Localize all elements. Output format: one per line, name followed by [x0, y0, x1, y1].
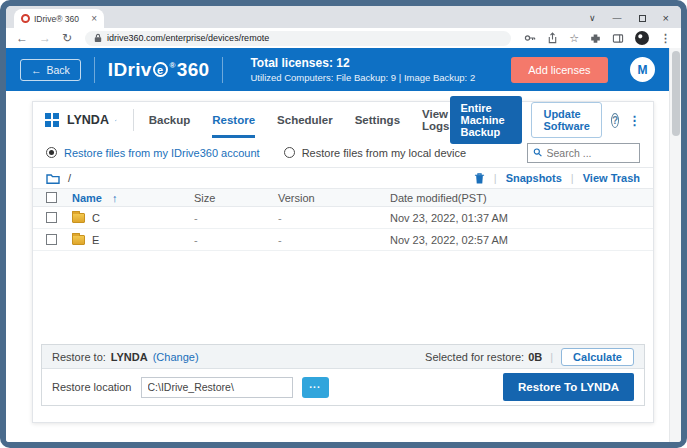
row-checkbox[interactable] [46, 212, 57, 223]
user-avatar[interactable]: M [630, 57, 655, 82]
utilized-computers-text: Utilized Computers: File Backup: 9 | Ima… [250, 72, 475, 83]
total-licenses-text: Total licenses: 12 [250, 56, 475, 70]
column-header-version[interactable]: Version [278, 192, 390, 204]
row-version: - [278, 234, 390, 246]
column-header-size[interactable]: Size [194, 192, 278, 204]
back-button[interactable]: ← Back [20, 59, 81, 81]
folder-path-icon[interactable] [46, 173, 60, 184]
delete-trash-icon[interactable] [474, 172, 485, 185]
browser-window: IDrive® 360 × ∨ — × ← → ↻ idrive360.com/… [6, 6, 681, 442]
device-card: LYNDA Backup Restore Scheduler Settings … [32, 101, 654, 423]
license-stats: Total licenses: 12 Utilized Computers: F… [250, 56, 475, 83]
tab-close-icon[interactable]: × [91, 14, 97, 24]
close-window-icon[interactable]: × [663, 13, 669, 24]
tab-settings[interactable]: Settings [355, 102, 400, 138]
toolbar-icons: ☆ ⋮ [524, 31, 671, 45]
restore-to-machine: LYNDA [111, 351, 148, 363]
table-row[interactable]: C - - Nov 23, 2022, 01:37 AM [33, 207, 653, 229]
restore-location-input[interactable] [141, 377, 293, 398]
radio-restore-from-local[interactable]: Restore files from my local device [284, 147, 466, 159]
key-icon[interactable] [524, 32, 536, 44]
share-icon[interactable] [547, 32, 558, 44]
back-arrow-icon: ← [31, 64, 42, 76]
restore-location-row: Restore location ... Restore To LYNDA [42, 369, 644, 405]
maximize-icon[interactable] [639, 15, 646, 22]
separator: | [550, 351, 553, 363]
address-bar[interactable]: idrive360.com/enterprise/devices/remote [85, 31, 511, 46]
bookmark-star-icon[interactable]: ☆ [569, 33, 579, 44]
browser-tab[interactable]: IDrive® 360 × [14, 9, 104, 28]
page-scrollbar[interactable] [669, 48, 681, 442]
machine-name: LYNDA [67, 113, 109, 127]
logo-registered-mark: ® [170, 61, 176, 70]
row-checkbox[interactable] [46, 234, 57, 245]
change-link[interactable]: (Change) [153, 351, 199, 363]
select-all-checkbox[interactable] [46, 192, 57, 203]
table-row[interactable]: E - - Nov 23, 2022, 02:57 AM [33, 229, 653, 251]
page-body: LYNDA Backup Restore Scheduler Settings … [6, 91, 669, 442]
extensions-puzzle-icon[interactable] [590, 33, 601, 44]
lock-icon [94, 33, 102, 43]
column-header-name[interactable]: Name [72, 192, 102, 204]
back-nav-icon[interactable]: ← [16, 32, 28, 44]
back-button-label: Back [47, 64, 70, 76]
logo-e-mark: e [153, 62, 168, 77]
window-frame: IDrive® 360 × ∨ — × ← → ↻ idrive360.com/… [0, 0, 687, 448]
machine-tabs: Backup Restore Scheduler Settings View L… [149, 102, 450, 138]
radio-account-label: Restore files from my IDrive360 account [64, 147, 260, 159]
tab-search-chevron-icon[interactable]: ∨ [589, 14, 596, 23]
browse-button[interactable]: ... [302, 377, 329, 398]
browser-toolbar: ← → ↻ idrive360.com/enterprise/devices/r… [6, 28, 681, 48]
more-options-kebab-icon[interactable]: ⋮ [628, 113, 641, 128]
search-input[interactable] [547, 147, 634, 159]
tab-view-logs[interactable]: View Logs [422, 102, 449, 138]
column-header-date[interactable]: Date modified(PST) [390, 192, 640, 204]
row-name[interactable]: C [92, 212, 100, 224]
chrome-profile-avatar[interactable] [635, 31, 649, 45]
entire-machine-backup-button[interactable]: Entire Machine Backup [450, 96, 523, 144]
row-version: - [278, 212, 390, 224]
search-box [527, 143, 640, 163]
help-icon[interactable]: ? [611, 113, 619, 128]
side-panel-icon[interactable] [612, 33, 624, 44]
row-name[interactable]: E [92, 234, 99, 246]
table-empty-area [33, 251, 653, 344]
browser-tab-strip: IDrive® 360 × ∨ — × [6, 6, 681, 28]
snapshots-link[interactable]: Snapshots [506, 172, 562, 184]
scrollbar-thumb[interactable] [672, 51, 680, 136]
table-header: Name ↑ Size Version Date modified(PST) [33, 188, 653, 207]
tab-backup[interactable]: Backup [149, 102, 191, 138]
machine-actions: Entire Machine Backup Update Software ? … [450, 96, 641, 144]
calculate-button[interactable]: Calculate [561, 348, 634, 366]
radio-restore-from-account[interactable]: Restore files from my IDrive360 account [46, 147, 260, 159]
add-licenses-button[interactable]: Add licenses [511, 57, 607, 83]
folder-icon [72, 235, 85, 245]
forward-nav-icon[interactable]: → [39, 32, 51, 44]
radio-local-label: Restore files from my local device [302, 147, 466, 159]
breadcrumb-row: / | Snapshots | View Trash [33, 167, 653, 188]
minimize-icon[interactable]: — [613, 14, 622, 23]
window-controls: ∨ — × [589, 13, 681, 28]
view-trash-link[interactable]: View Trash [583, 172, 640, 184]
search-icon [533, 147, 543, 158]
selected-for-restore-label: Selected for restore: [425, 351, 524, 363]
tab-scheduler[interactable]: Scheduler [277, 102, 333, 138]
update-software-button[interactable]: Update Software [531, 102, 601, 138]
restore-to-lynda-button[interactable]: Restore To LYNDA [503, 373, 634, 401]
logo-360: 360 [177, 59, 210, 81]
row-size: - [194, 234, 278, 246]
reload-icon[interactable]: ↻ [62, 32, 72, 44]
breadcrumb-path[interactable]: / [68, 172, 71, 184]
logo-text: IDriv [108, 59, 152, 81]
header-divider-2 [222, 57, 223, 83]
tab-restore[interactable]: Restore [212, 102, 255, 138]
chrome-menu-kebab-icon[interactable]: ⋮ [660, 32, 671, 45]
list-actions: | Snapshots | View Trash [474, 172, 640, 185]
restore-source-row: Restore files from my IDrive360 account … [33, 138, 653, 167]
restore-to-label: Restore to: [52, 351, 106, 363]
edit-pencil-icon[interactable] [115, 115, 117, 126]
machine-row: LYNDA Backup Restore Scheduler Settings … [33, 102, 653, 138]
row-date: Nov 23, 2022, 01:37 AM [390, 212, 640, 224]
windows-logo-icon [45, 113, 59, 127]
selected-for-restore-value: 0B [528, 351, 542, 363]
